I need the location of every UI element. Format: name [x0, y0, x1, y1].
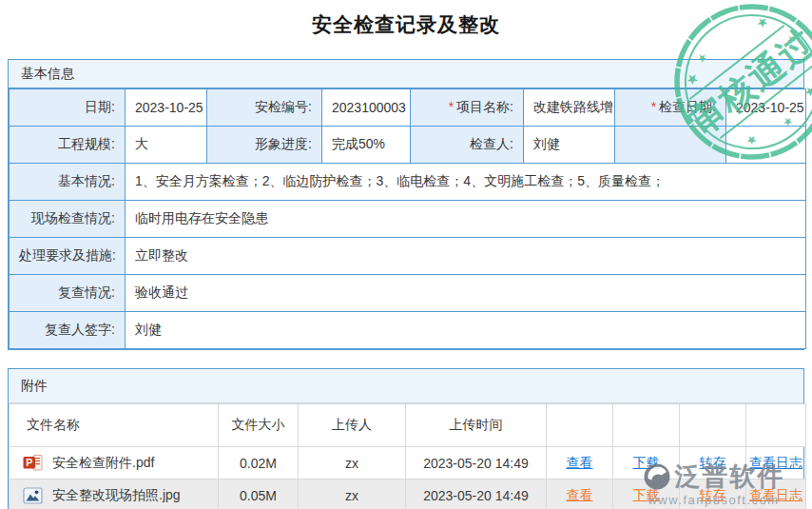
required-asterisk: * — [449, 99, 454, 114]
file-name-cell: 安全整改现场拍照.jpg — [10, 480, 219, 509]
file-upload-time: 2023-05-20 14:49 — [406, 480, 547, 509]
field-label-measures: 处理要求及措施: — [10, 238, 126, 275]
column-header-file-size: 文件大小 — [219, 404, 299, 447]
file-size: 0.05M — [219, 480, 299, 509]
image-file-icon — [23, 486, 44, 505]
view-link[interactable]: 查看 — [567, 487, 593, 502]
table-row: 复查人签字: 刘健 — [10, 312, 806, 349]
attachments-section-header: 附件 — [9, 369, 803, 403]
file-name-cell: P 安全检查附件.pdf — [10, 447, 219, 480]
file-uploader: zx — [299, 480, 406, 509]
column-header-action-1 — [547, 404, 613, 447]
field-value-measures: 立即整改 — [126, 238, 806, 275]
page-title: 安全检查记录及整改 — [0, 11, 812, 38]
file-size: 0.02M — [219, 447, 299, 480]
view-log-link[interactable]: 查看日志 — [749, 487, 802, 502]
field-label-basic-situation: 基本情况: — [10, 164, 126, 201]
file-row[interactable]: P 安全检查附件.pdf 0.02M zx 2023-05-20 14:49 查… — [10, 447, 806, 480]
download-link[interactable]: 下载 — [633, 455, 660, 470]
field-value-site-check: 临时用电存在安全隐患 — [126, 201, 806, 238]
column-header-action-2 — [613, 404, 680, 447]
field-value-check-date: 2023-10-25 — [726, 89, 806, 127]
table-row: 工程规模: 大 形象进度: 完成50% 检查人: 刘健 — [10, 127, 806, 164]
download-link[interactable]: 下载 — [633, 487, 660, 502]
file-name: 安全检查附件.pdf — [52, 455, 154, 472]
file-name: 安全整改现场拍照.jpg — [52, 487, 181, 504]
table-row: 基本情况: 1、安全月方案检查；2、临边防护检查；3、临电检查；4、文明施工检查… — [10, 164, 806, 201]
table-row: 现场检查情况: 临时用电存在安全隐患 — [10, 201, 806, 238]
column-header-action-3 — [680, 404, 746, 447]
table-row: 复查情况: 验收通过 — [10, 275, 806, 312]
basic-info-panel: 基本信息 日期: 2023-10-25 安检编号: 2023100003 *项目… — [8, 59, 804, 350]
field-value-progress: 完成50% — [322, 127, 411, 164]
field-label-progress: 形象进度: — [207, 127, 322, 164]
column-header-action-4 — [746, 404, 806, 447]
file-uploader: zx — [299, 447, 406, 480]
file-row[interactable]: 安全整改现场拍照.jpg 0.05M zx 2023-05-20 14:49 查… — [10, 480, 806, 509]
field-label-recheck-signature: 复查人签字: — [10, 312, 126, 349]
field-value-project-name: 改建铁路线增 — [524, 89, 615, 127]
field-value-inspection-no: 2023100003 — [322, 89, 411, 127]
field-value-empty — [726, 127, 806, 164]
field-value-project-scale: 大 — [126, 127, 207, 164]
view-link[interactable]: 查看 — [567, 455, 593, 470]
field-value-basic-situation: 1、安全月方案检查；2、临边防护检查；3、临电检查；4、文明施工检查；5、质量检… — [126, 164, 806, 201]
column-header-upload-time: 上传时间 — [406, 404, 547, 447]
field-value-recheck-signature: 刘健 — [126, 312, 806, 349]
field-label-check-date: *检查日期: — [615, 89, 726, 127]
attachments-header-row: 文件名称 文件大小 上传人 上传时间 — [10, 404, 806, 447]
field-label-project-scale: 工程规模: — [10, 127, 126, 164]
field-label-inspection-no: 安检编号: — [207, 89, 322, 127]
pdf-file-icon: P — [23, 454, 44, 473]
field-label-project-name: *项目名称: — [411, 89, 524, 127]
file-upload-time: 2023-05-20 14:49 — [406, 447, 547, 480]
svg-text:P: P — [26, 457, 32, 468]
field-label-date: 日期: — [10, 89, 126, 127]
field-label-empty — [615, 127, 726, 164]
field-label-site-check: 现场检查情况: — [10, 201, 126, 238]
field-value-date: 2023-10-25 — [126, 89, 207, 127]
field-value-inspector: 刘健 — [524, 127, 615, 164]
table-row: 处理要求及措施: 立即整改 — [10, 238, 806, 275]
attachments-panel: 附件 文件名称 文件大小 上传人 上传时间 — [8, 368, 804, 509]
column-header-file-name: 文件名称 — [10, 404, 219, 447]
field-value-recheck: 验收通过 — [126, 275, 806, 312]
basic-info-section-header: 基本信息 — [9, 60, 803, 88]
transfer-link[interactable]: 转存 — [700, 487, 726, 502]
attachments-table: 文件名称 文件大小 上传人 上传时间 — [9, 403, 806, 509]
field-label-recheck: 复查情况: — [10, 275, 126, 312]
transfer-link[interactable]: 转存 — [700, 455, 726, 470]
view-log-link[interactable]: 查看日志 — [749, 455, 802, 470]
column-header-uploader: 上传人 — [299, 404, 406, 447]
required-asterisk: * — [651, 99, 656, 114]
basic-info-table: 日期: 2023-10-25 安检编号: 2023100003 *项目名称: 改… — [9, 88, 806, 349]
table-row: 日期: 2023-10-25 安检编号: 2023100003 *项目名称: 改… — [10, 89, 806, 127]
field-label-inspector: 检查人: — [411, 127, 524, 164]
